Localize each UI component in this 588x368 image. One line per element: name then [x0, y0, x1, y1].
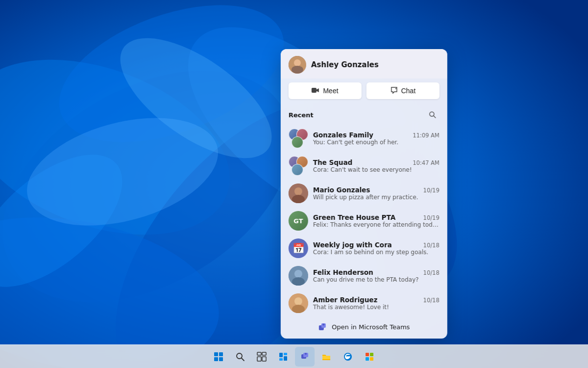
svg-rect-14 — [312, 88, 317, 93]
taskbar-widgets-button[interactable] — [273, 347, 293, 367]
conv-msg: Can you drive me to the PTA today? — [313, 276, 440, 283]
svg-rect-40 — [284, 353, 287, 355]
conv-content-mario-gonzales: Mario Gonzales 10/19 Will pick up pizza … — [313, 186, 440, 201]
taskbar-chat-button[interactable] — [295, 347, 315, 367]
conv-name: Mario Gonzales — [313, 186, 370, 194]
svg-point-24 — [294, 297, 302, 305]
meet-icon — [312, 87, 319, 95]
panel-header: Ashley Gonzales — [281, 49, 447, 79]
chat-button[interactable]: Chat — [367, 82, 440, 99]
conv-item-green-tree-house[interactable]: GT Green Tree House PTA 10/19 Felix: Tha… — [283, 207, 445, 235]
conv-item-the-squad[interactable]: The Squad 10:47 AM Cora: Can't wait to s… — [283, 152, 445, 180]
conv-msg: You: Can't get enough of her. — [313, 139, 440, 146]
svg-rect-41 — [279, 358, 283, 361]
conv-time: 11:09 AM — [413, 132, 440, 139]
svg-rect-35 — [257, 352, 261, 355]
svg-line-16 — [434, 116, 436, 118]
taskbar-start-button[interactable] — [209, 347, 228, 367]
meet-button[interactable]: Meet — [289, 82, 362, 99]
svg-rect-49 — [366, 357, 369, 361]
open-teams-label: Open in Microsoft Teams — [332, 323, 410, 331]
svg-rect-31 — [214, 357, 218, 361]
svg-point-21 — [294, 270, 302, 278]
conv-name: Green Tree House PTA — [313, 213, 395, 221]
conv-msg: Cora: Can't wait to see everyone! — [313, 166, 440, 173]
conv-msg: Cora: I am so behind on my step goals. — [313, 249, 440, 256]
svg-rect-37 — [257, 357, 261, 361]
avatar-amber-rodriguez — [289, 293, 308, 313]
open-teams-button[interactable]: Open in Microsoft Teams — [318, 322, 410, 332]
conv-name: Amber Rodriguez — [313, 296, 378, 304]
teams-icon — [318, 322, 328, 332]
chat-label: Chat — [401, 87, 416, 95]
svg-rect-42 — [284, 356, 287, 361]
svg-point-18 — [294, 187, 302, 195]
search-recent-button[interactable] — [426, 108, 440, 122]
conv-content-weekly-jog: Weekly jog with Cora 10/18 Cora: I am so… — [313, 241, 440, 256]
taskbar — [0, 344, 588, 368]
taskbar-explorer-button[interactable] — [317, 347, 336, 367]
svg-rect-29 — [214, 352, 218, 356]
conv-content-gonzales-family: Gonzales Family 11:09 AM You: Can't get … — [313, 131, 440, 146]
avatar-the-squad — [289, 156, 308, 176]
meet-label: Meet — [323, 87, 338, 95]
svg-rect-38 — [262, 357, 266, 361]
conv-content-amber-rodriguez: Amber Rodriguez 10/18 That is awesome! L… — [313, 296, 440, 311]
action-buttons: Meet Chat — [281, 79, 447, 105]
conv-name: The Squad — [313, 158, 352, 166]
conv-item-amber-rodriguez[interactable]: Amber Rodriguez 10/18 That is awesome! L… — [283, 289, 445, 317]
conv-content-the-squad: The Squad 10:47 AM Cora: Can't wait to s… — [313, 158, 440, 173]
conv-name: Gonzales Family — [313, 131, 373, 139]
conv-time: 10/18 — [423, 242, 440, 249]
svg-point-13 — [292, 66, 303, 74]
conv-item-felix-henderson[interactable]: Felix Henderson 10/18 Can you drive me t… — [283, 262, 445, 289]
svg-rect-48 — [370, 353, 373, 356]
conv-name: Weekly jog with Cora — [313, 241, 392, 249]
panel-footer: Open in Microsoft Teams — [281, 317, 447, 339]
conv-msg: Felix: Thanks everyone for attending tod… — [313, 221, 440, 228]
conv-item-mario-gonzales[interactable]: Mario Gonzales 10/19 Will pick up pizza … — [283, 180, 445, 207]
svg-rect-32 — [219, 357, 223, 361]
taskbar-icons — [209, 347, 379, 367]
conv-time: 10/19 — [423, 187, 440, 194]
conv-time: 10/19 — [423, 214, 440, 221]
svg-point-12 — [294, 59, 301, 66]
avatar-mario-gonzales — [289, 184, 308, 203]
conv-time: 10:47 AM — [413, 159, 440, 166]
user-name: Ashley Gonzales — [311, 60, 379, 69]
conv-item-weekly-jog[interactable]: 📅 Weekly jog with Cora 10/18 Cora: I am … — [283, 235, 445, 262]
recent-header: Recent — [281, 105, 447, 125]
conv-msg: Will pick up pizza after my practice. — [313, 194, 440, 201]
avatar-felix-henderson — [289, 266, 308, 286]
svg-rect-36 — [262, 352, 266, 355]
taskbar-search-button[interactable] — [230, 347, 250, 367]
taskbar-taskview-button[interactable] — [252, 347, 271, 367]
user-avatar — [289, 56, 306, 74]
avatar-gonzales-family — [289, 129, 308, 148]
conv-msg: That is awesome! Love it! — [313, 304, 440, 311]
conv-time: 10/18 — [423, 269, 440, 276]
svg-point-45 — [305, 353, 307, 355]
conv-name: Felix Henderson — [313, 268, 373, 276]
svg-point-33 — [237, 353, 242, 359]
svg-point-28 — [323, 324, 325, 326]
svg-rect-30 — [219, 352, 223, 356]
conv-content-green-tree-house: Green Tree House PTA 10/19 Felix: Thanks… — [313, 213, 440, 228]
taskbar-store-button[interactable] — [360, 347, 379, 367]
conv-item-gonzales-family[interactable]: Gonzales Family 11:09 AM You: Can't get … — [283, 125, 445, 152]
recent-label: Recent — [289, 111, 314, 119]
svg-rect-50 — [370, 357, 373, 361]
taskbar-edge-button[interactable] — [338, 347, 358, 367]
svg-line-34 — [242, 358, 244, 361]
conv-content-felix-henderson: Felix Henderson 10/18 Can you drive me t… — [313, 268, 440, 283]
chat-icon — [391, 86, 398, 95]
avatar-weekly-jog: 📅 — [289, 238, 308, 258]
svg-rect-47 — [366, 353, 369, 356]
svg-rect-39 — [279, 353, 283, 357]
avatar-green-tree-house: GT — [289, 211, 308, 231]
chat-panel: Ashley Gonzales Meet Chat Recent — [281, 49, 447, 339]
conv-time: 10/18 — [423, 297, 440, 304]
conversation-list: Gonzales Family 11:09 AM You: Can't get … — [281, 125, 447, 317]
